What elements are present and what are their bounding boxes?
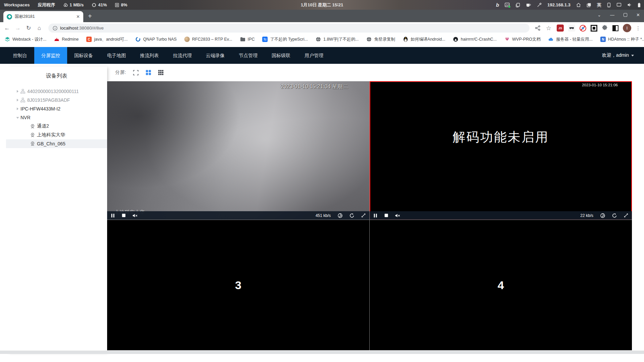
coffee-tray-icon[interactable]	[526, 3, 531, 7]
split-3x3-button[interactable]	[158, 70, 164, 75]
bookmark-item[interactable]: Webstack - 设计...	[5, 37, 46, 42]
nav-tab-user-manage[interactable]: 用户管理	[297, 47, 330, 64]
clock[interactable]: 1月10日 星期二 15∶21	[301, 2, 343, 8]
bookmark-item[interactable]: 免登录复制	[366, 37, 395, 42]
profile-avatar[interactable]: I	[623, 24, 631, 32]
home-button[interactable]: ⌂	[36, 25, 43, 31]
reload-button[interactable]: ↻	[25, 25, 32, 31]
snapshot-button[interactable]	[600, 213, 605, 218]
bookmark-item[interactable]: N HDAtmos :: 种子 *...	[600, 37, 644, 42]
stop-button[interactable]	[384, 214, 388, 217]
bookmark-item[interactable]: 服务器 - 轻量应用...	[548, 37, 593, 42]
nav-tab-cloud-record[interactable]: 云端录像	[199, 47, 232, 64]
new-tab-button[interactable]: +	[88, 12, 92, 20]
tree-node-channel[interactable]: 上地科实大华	[6, 131, 107, 139]
globe-icon	[366, 37, 372, 42]
video-window-4-empty[interactable]: 4	[370, 220, 632, 350]
nav-tab-node-manage[interactable]: 节点管理	[232, 47, 265, 64]
stop-button[interactable]	[122, 214, 126, 217]
tree-node-channel-selected[interactable]: GB_Chn_065	[6, 139, 107, 148]
contrast-extension-icon[interactable]	[612, 25, 618, 31]
applications-menu[interactable]: 应用程序	[38, 2, 55, 8]
windows-tray-icon[interactable]	[587, 3, 591, 7]
nav-tab-pull-proxy[interactable]: 拉流代理	[166, 47, 199, 64]
bookmark-item[interactable]: hairrrrr/C-CrashC...	[453, 37, 497, 42]
video-window-2-selected[interactable]: 2023-01-10 15:21:06 解码功能未启用 22 kb/s	[370, 81, 632, 220]
user-menu[interactable]: 欢迎，admin	[602, 52, 644, 58]
site-info-icon[interactable]	[53, 26, 57, 31]
mute-button[interactable]	[395, 214, 400, 218]
bookmark-item[interactable]: Ψ WVP-PRO文档	[504, 37, 541, 42]
bookmark-item[interactable]: 如何编译Android...	[403, 37, 446, 42]
refresh-button[interactable]	[612, 213, 617, 218]
fullscreen-button[interactable]	[361, 213, 366, 218]
split-2x2-button-active[interactable]	[146, 70, 151, 75]
ip-address[interactable]: 192.168.1.3	[547, 2, 570, 7]
tab-search-icon[interactable]: ⌄	[597, 12, 601, 17]
nav-tab-split-monitor[interactable]: 分屏监控	[34, 47, 67, 64]
tree-node-platform[interactable]: 8J01915PAGB3ADF	[6, 96, 107, 104]
address-bar[interactable]: localhost:38080/#/live	[48, 24, 530, 33]
picker-tray-icon[interactable]	[537, 3, 542, 7]
bookmark-item[interactable]: RFC2833 – RTP Ev...	[184, 37, 232, 42]
bookmark-item[interactable]: Redmine	[54, 37, 79, 42]
back-button[interactable]: ←	[3, 25, 11, 31]
browser-menu-icon[interactable]: ⋮	[636, 25, 641, 31]
camera-icon	[30, 141, 35, 146]
forward-button[interactable]: →	[14, 25, 21, 31]
globe-icon	[316, 37, 321, 42]
caret-right-icon[interactable]	[17, 99, 18, 101]
browser-tab[interactable]: 国标28181 ✕	[3, 11, 83, 22]
fullscreen-button[interactable]	[624, 213, 628, 218]
window-maximize-button[interactable]	[624, 13, 627, 17]
bookmark-star-icon[interactable]: ☆	[545, 25, 552, 31]
phone-link-icon[interactable]	[607, 3, 611, 7]
video-window-3-empty[interactable]: 3	[107, 220, 369, 350]
video-window-1[interactable]: 2023-01-10 15:21:04 星期二 上地科实大华 451 kb/s	[107, 81, 369, 220]
nav-tab-console[interactable]: 控制台	[6, 47, 34, 64]
frame-extension-icon[interactable]	[591, 25, 597, 32]
bookmark-folder[interactable]: IPC	[240, 37, 255, 42]
refresh-button[interactable]	[350, 213, 354, 218]
window-close-button[interactable]: ✕	[636, 12, 640, 17]
bookmark-item[interactable]: QNAP Turbo NAS	[135, 37, 177, 42]
mask-extension-icon[interactable]	[568, 25, 575, 32]
battery-tray-icon[interactable]	[638, 3, 641, 7]
bookmark-item[interactable]: 1.8W字|了不起的...	[316, 37, 359, 42]
clipboard-tray-icon[interactable]	[515, 3, 520, 7]
share-icon[interactable]	[535, 25, 541, 31]
home-tray-icon[interactable]	[576, 3, 581, 7]
split-1x1-button[interactable]	[133, 70, 139, 76]
tab-close-icon[interactable]: ✕	[76, 14, 80, 19]
horizontal-scrollbar[interactable]	[0, 351, 644, 354]
extensions-puzzle-icon[interactable]	[602, 25, 608, 31]
pause-button[interactable]	[373, 214, 377, 218]
adblock-extension-icon[interactable]	[580, 25, 586, 32]
tree-node-platform[interactable]: 44020000013200000111	[6, 87, 107, 96]
tree-node-device[interactable]: IPC-HFW4433M-I2	[6, 104, 107, 113]
nav-tab-map[interactable]: 电子地图	[100, 47, 133, 64]
camera-icon	[30, 124, 35, 129]
snapshot-button[interactable]	[338, 213, 342, 218]
nav-tab-gb-cascade[interactable]: 国标级联	[265, 47, 297, 64]
tree-node-device-expanded[interactable]: NVR	[6, 113, 107, 122]
screenshot-tray-icon[interactable]	[505, 3, 510, 7]
bookmark-item[interactable]: C java、android可...	[86, 37, 128, 42]
nav-tab-push-list[interactable]: 推流列表	[133, 47, 166, 64]
caret-right-icon[interactable]	[17, 107, 18, 110]
js-extension-icon[interactable]: JS	[557, 25, 564, 32]
mute-button[interactable]	[133, 214, 138, 218]
caret-down-icon[interactable]	[16, 117, 19, 119]
workspaces-button[interactable]: Workspaces	[4, 2, 30, 7]
input-method-indicator[interactable]: 英	[597, 2, 601, 8]
volume-tray-icon[interactable]	[627, 3, 632, 7]
display-tray-icon[interactable]	[616, 3, 622, 7]
window-minimize-button[interactable]: —	[610, 12, 614, 17]
tree-node-channel[interactable]: 通道2	[6, 122, 107, 131]
bookmark-item[interactable]: 知 了不起的 TypeScri...	[262, 37, 308, 42]
zhihu-icon: 知	[262, 37, 268, 42]
pause-button[interactable]	[111, 214, 115, 218]
caret-right-icon[interactable]	[17, 90, 18, 93]
nav-tab-gb-devices[interactable]: 国标设备	[67, 47, 100, 64]
bing-tray-icon[interactable]: b	[496, 2, 499, 8]
